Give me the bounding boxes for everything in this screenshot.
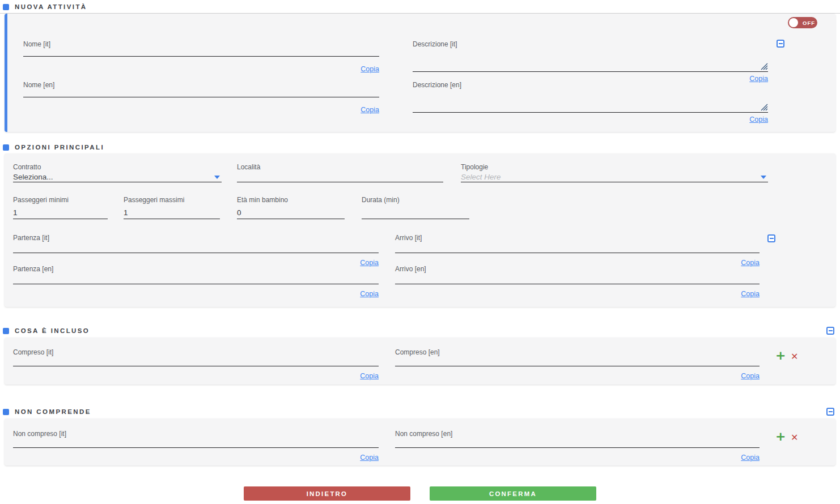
chevron-down-icon <box>761 176 766 179</box>
descrizione-en-label: Descrizione [en] <box>413 82 768 88</box>
copia-link[interactable]: Copia <box>360 290 379 298</box>
copia-link[interactable]: Copia <box>360 106 379 114</box>
field-arrivo-en: Arrivo [en] Copia <box>395 266 760 298</box>
descrizione-en-textarea[interactable] <box>413 88 768 113</box>
arrivo-it-input[interactable] <box>395 241 760 253</box>
section-marker-icon <box>3 328 9 334</box>
contratto-value: Seleziona... <box>13 173 53 181</box>
section-marker-icon <box>3 409 9 415</box>
localita-label: Località <box>237 164 443 170</box>
section-marker-icon <box>3 4 9 10</box>
copia-link[interactable]: Copia <box>749 116 768 123</box>
tipologie-label: Tipologie <box>461 164 768 170</box>
durata-min-label: Durata (min) <box>362 197 469 203</box>
footer-actions: INDIETRO CONFERMA <box>0 486 840 501</box>
compreso-it-input[interactable] <box>13 356 379 366</box>
field-eta-min-bambino: Età min bambino <box>237 197 345 219</box>
non-compreso-it-input[interactable] <box>13 437 379 448</box>
field-durata-min: Durata (min) <box>362 197 469 219</box>
add-row-icon[interactable]: + <box>775 432 786 441</box>
copia-link[interactable]: Copia <box>741 290 760 298</box>
section-title: NUOVA ATTIVITÀ <box>15 3 87 10</box>
copia-link[interactable]: Copia <box>360 372 379 380</box>
chevron-down-icon <box>214 176 220 179</box>
non-compreso-it-label: Non compreso [it] <box>13 430 379 437</box>
field-nome-en: Nome [en] Copia <box>23 82 379 114</box>
resize-grip-icon[interactable] <box>761 63 768 70</box>
partenza-it-input[interactable] <box>13 241 379 253</box>
copia-link[interactable]: Copia <box>741 454 760 462</box>
durata-min-input[interactable] <box>362 207 469 219</box>
arrivo-en-label: Arrivo [en] <box>395 266 760 272</box>
field-passeggeri-massimi: Passeggeri massimi <box>124 197 220 219</box>
descrizione-it-textarea[interactable] <box>413 48 768 72</box>
collapse-section-icon[interactable] <box>826 408 834 416</box>
card-non-comprende: Non compreso [it] Copia Non compreso [en… <box>5 418 835 465</box>
compreso-en-input[interactable] <box>395 356 760 366</box>
add-row-icon[interactable]: + <box>775 351 786 360</box>
field-non-compreso-it: Non compreso [it] Copia <box>13 430 379 462</box>
field-partenza-en: Partenza [en] Copia <box>13 266 379 298</box>
passeggeri-minimi-input[interactable] <box>13 207 108 219</box>
toggle-state-label: OFF <box>803 20 815 26</box>
copia-link[interactable]: Copia <box>741 372 760 380</box>
nome-en-input[interactable] <box>23 88 379 97</box>
section-title: NON COMPRENDE <box>15 408 91 415</box>
confirm-button[interactable]: CONFERMA <box>430 486 596 501</box>
section-title: COSA È INCLUSO <box>15 327 90 334</box>
section-marker-icon <box>3 144 9 151</box>
collapse-partenza-arrivo-icon[interactable] <box>767 234 775 242</box>
collapse-section-icon[interactable] <box>826 327 834 335</box>
back-button[interactable]: INDIETRO <box>244 486 410 501</box>
localita-input[interactable] <box>237 170 443 182</box>
active-toggle[interactable]: OFF <box>788 17 817 28</box>
descrizione-it-label: Descrizione [it] <box>413 41 768 48</box>
field-tipologie: Tipologie Select Here <box>461 164 768 182</box>
compreso-it-label: Compreso [it] <box>13 349 379 356</box>
non-compreso-en-label: Non compreso [en] <box>395 430 760 437</box>
eta-min-bambino-input[interactable] <box>237 207 345 219</box>
partenza-en-label: Partenza [en] <box>13 266 379 272</box>
card-cosa-e-incluso: Compreso [it] Copia Compreso [en] Copia … <box>5 338 835 385</box>
passeggeri-minimi-label: Passeggeri minimi <box>13 197 108 203</box>
resize-grip-icon[interactable] <box>761 104 768 111</box>
arrivo-en-input[interactable] <box>395 272 760 284</box>
field-compreso-en: Compreso [en] Copia <box>395 349 760 381</box>
field-descrizione-en: Descrizione [en] Copia <box>413 82 768 124</box>
section-header-nuova-attivita: NUOVA ATTIVITÀ <box>0 0 840 14</box>
tipologie-select[interactable]: Select Here <box>461 173 768 182</box>
remove-row-icon[interactable]: ✕ <box>791 352 798 361</box>
passeggeri-massimi-label: Passeggeri massimi <box>124 197 220 203</box>
contratto-select[interactable]: Seleziona... <box>13 173 222 182</box>
card-opzioni-principali: Contratto Seleziona... Località Tipologi… <box>5 153 835 307</box>
nome-it-label: Nome [it] <box>23 41 379 48</box>
eta-min-bambino-label: Età min bambino <box>237 197 345 203</box>
contratto-label: Contratto <box>13 164 222 170</box>
tipologie-placeholder: Select Here <box>461 173 501 181</box>
field-localita: Località <box>237 164 443 182</box>
partenza-en-input[interactable] <box>13 272 379 284</box>
nome-it-input[interactable] <box>23 48 379 57</box>
field-descrizione-it: Descrizione [it] Copia <box>413 41 768 83</box>
compreso-en-label: Compreso [en] <box>395 349 760 356</box>
card-nuova-attivita: OFF Nome [it] Copia Nome [en] Copia Desc… <box>5 14 835 132</box>
collapse-descrizione-icon[interactable] <box>777 40 784 48</box>
field-compreso-it: Compreso [it] Copia <box>13 349 379 381</box>
field-passeggeri-minimi: Passeggeri minimi <box>13 197 108 219</box>
copia-link[interactable]: Copia <box>360 454 379 462</box>
remove-row-icon[interactable]: ✕ <box>791 433 798 442</box>
nome-en-label: Nome [en] <box>23 82 379 88</box>
section-header-non-comprende: NON COMPRENDE <box>0 404 840 418</box>
section-title: OPZIONI PRINCIPALI <box>15 144 104 151</box>
non-compreso-en-input[interactable] <box>395 437 760 448</box>
partenza-it-label: Partenza [it] <box>13 234 379 241</box>
field-arrivo-it: Arrivo [it] Copia <box>395 234 760 267</box>
toggle-knob-icon <box>789 18 798 27</box>
copia-link[interactable]: Copia <box>360 65 379 73</box>
section-header-opzioni-principali: OPZIONI PRINCIPALI <box>0 140 840 153</box>
field-contratto: Contratto Seleziona... <box>13 164 222 182</box>
passeggeri-massimi-input[interactable] <box>124 207 220 219</box>
arrivo-it-label: Arrivo [it] <box>395 234 760 241</box>
field-nome-it: Nome [it] Copia <box>23 41 379 74</box>
field-partenza-it: Partenza [it] Copia <box>13 234 379 267</box>
